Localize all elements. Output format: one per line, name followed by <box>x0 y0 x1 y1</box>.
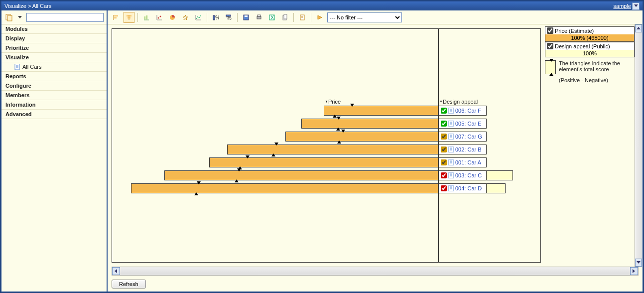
legend-checkbox-design[interactable] <box>547 43 553 49</box>
chart-canvas: ▼Price▼Design appeal006: Car F005: Car E… <box>112 28 541 263</box>
print-icon[interactable] <box>254 12 264 23</box>
svg-rect-53 <box>449 146 453 152</box>
price-bar <box>209 157 438 167</box>
sidebar-item-advanced[interactable]: Advanced <box>1 110 107 119</box>
svg-marker-71 <box>115 269 117 273</box>
page-icon <box>448 146 454 152</box>
triangle-up-icon <box>194 192 198 195</box>
legend-checkbox-price[interactable] <box>547 27 553 34</box>
copy-clipboard-icon[interactable] <box>279 12 290 23</box>
sidebar: Modules Display Prioritize Visualize All… <box>1 10 108 292</box>
row-link[interactable]: 005: Car E <box>455 121 482 127</box>
triangle-down-icon <box>274 143 278 146</box>
svg-rect-4 <box>15 64 19 70</box>
chart-line-icon[interactable] <box>193 12 204 23</box>
row-label: 004: Car D <box>438 183 487 193</box>
scroll-up-icon[interactable] <box>635 24 642 32</box>
copy-icon[interactable] <box>4 13 13 22</box>
sidebar-item-members[interactable]: Members <box>1 91 107 100</box>
scroll-down-icon[interactable] <box>635 259 642 267</box>
sidebar-item-visualize[interactable]: Visualize <box>1 53 107 62</box>
sidebar-item-reports[interactable]: Reports <box>1 72 107 81</box>
axis-label-price: ▼Price <box>325 99 341 105</box>
sidebar-item-configure[interactable]: Configure <box>1 81 107 91</box>
svg-rect-12 <box>127 15 131 16</box>
sidebar-item-prioritize[interactable]: Prioritize <box>1 43 107 53</box>
svg-point-20 <box>160 15 161 17</box>
chart-pie-icon[interactable] <box>167 12 178 23</box>
row-checkbox[interactable] <box>441 172 447 178</box>
row-checkbox[interactable] <box>441 146 447 152</box>
price-bar <box>324 106 438 116</box>
price-bar <box>131 183 438 193</box>
chart-scatter-icon[interactable] <box>154 12 165 23</box>
row-link[interactable]: 002: Car B <box>455 146 482 152</box>
svg-rect-36 <box>284 14 287 19</box>
svg-rect-57 <box>449 159 453 165</box>
triangle-down-icon <box>197 181 201 184</box>
row-link[interactable]: 001: Car A <box>455 159 481 165</box>
horizontal-scrollbar[interactable] <box>112 267 639 276</box>
svg-marker-40 <box>318 15 322 19</box>
scroll-right-icon[interactable] <box>630 267 638 275</box>
chevron-down-icon[interactable] <box>632 2 640 10</box>
row-checkbox[interactable] <box>441 121 447 127</box>
svg-marker-22 <box>183 15 188 20</box>
refresh-button[interactable]: Refresh <box>112 280 146 289</box>
row-link[interactable]: 004: Car D <box>455 185 482 191</box>
page-icon <box>448 121 454 127</box>
chart-bicone-icon[interactable] <box>124 12 134 23</box>
row-checkbox[interactable] <box>441 185 447 191</box>
svg-rect-16 <box>146 15 147 19</box>
svg-text:%: % <box>215 14 219 20</box>
profile-selector[interactable]: sample <box>614 2 640 10</box>
row-checkbox[interactable] <box>441 134 447 140</box>
chart-vbar-icon[interactable] <box>141 12 152 23</box>
filter-select[interactable]: --- No filter --- <box>327 12 402 22</box>
save-icon[interactable] <box>241 12 252 23</box>
svg-text:X: X <box>270 14 274 20</box>
price-bar <box>301 119 438 129</box>
chart-star-icon[interactable] <box>180 12 191 23</box>
row-link[interactable]: 007: Car G <box>455 134 482 140</box>
legend-triangle-sub: (Positive - Negative) <box>559 77 635 83</box>
sidebar-item-display[interactable]: Display <box>1 34 107 43</box>
row-link[interactable]: 006: Car F <box>455 108 481 114</box>
chart-row: 003: Car C <box>112 169 540 182</box>
chart-hbar-icon[interactable] <box>111 12 122 23</box>
page-icon <box>448 108 454 114</box>
svg-marker-72 <box>633 269 635 273</box>
chevron-down-icon[interactable] <box>15 13 24 22</box>
chart-row: 001: Car A <box>112 156 540 169</box>
vertical-scrollbar[interactable] <box>635 24 643 267</box>
axis-label-design: ▼Design appeal <box>439 99 478 105</box>
svg-rect-10 <box>114 17 117 18</box>
scroll-left-icon[interactable] <box>112 267 120 275</box>
sidebar-item-modules[interactable]: Modules <box>1 24 107 34</box>
svg-marker-69 <box>637 27 641 29</box>
triangle-down-icon <box>237 168 241 171</box>
sidebar-item-information[interactable]: Information <box>1 100 107 110</box>
row-checkbox[interactable] <box>441 108 447 114</box>
toolbar: % % X --- No filter --- <box>108 10 643 24</box>
document-icon[interactable] <box>297 12 308 23</box>
row-checkbox[interactable] <box>441 159 447 165</box>
search-input[interactable] <box>26 13 104 22</box>
svg-rect-31 <box>257 16 261 19</box>
svg-text:%: % <box>227 15 232 21</box>
legend-label: Price (Estimate) <box>555 28 594 34</box>
svg-rect-65 <box>449 185 453 191</box>
sidebar-item-all-cars[interactable]: All Cars <box>1 62 107 72</box>
triangle-down-icon <box>350 104 354 107</box>
row-link[interactable]: 003: Car C <box>455 172 482 178</box>
svg-rect-30 <box>245 15 248 17</box>
export-excel-icon[interactable]: X <box>266 12 277 23</box>
row-label: 001: Car A <box>438 157 487 167</box>
row-label: 006: Car F <box>438 106 487 116</box>
svg-point-19 <box>158 17 159 18</box>
svg-rect-15 <box>144 16 145 19</box>
percent-rows-icon[interactable]: % <box>223 12 234 23</box>
chart-row: 005: Car E <box>112 118 540 131</box>
go-icon[interactable] <box>314 12 325 23</box>
percent-columns-icon[interactable]: % <box>210 12 221 23</box>
